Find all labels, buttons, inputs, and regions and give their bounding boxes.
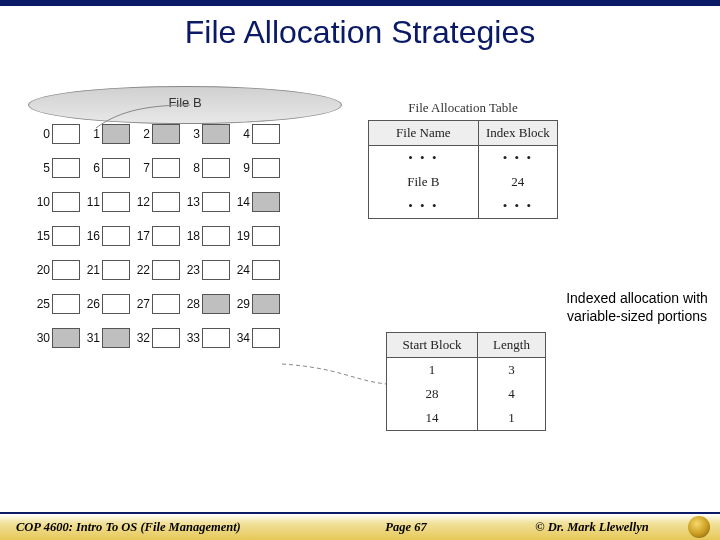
- block-number: 25: [34, 297, 50, 311]
- table-cell: 28: [387, 382, 478, 406]
- table-cell: • • •: [369, 194, 479, 218]
- index-block-table: Start BlockLength13284141: [386, 332, 544, 431]
- block-number: 2: [134, 127, 150, 141]
- table-header-row: Start BlockLength: [387, 333, 545, 358]
- block-cell: 9: [234, 158, 280, 178]
- block-number: 31: [84, 331, 100, 345]
- block-number: 33: [184, 331, 200, 345]
- block-box: [102, 260, 130, 280]
- table-cell: 24: [479, 170, 557, 194]
- block-number: 17: [134, 229, 150, 243]
- block-box: [152, 328, 180, 348]
- block-box: [252, 328, 280, 348]
- footer-author: © Dr. Mark Llewellyn: [496, 520, 688, 535]
- block-number: 21: [84, 263, 100, 277]
- block-number: 10: [34, 195, 50, 209]
- block-number: 8: [184, 161, 200, 175]
- block-number: 27: [134, 297, 150, 311]
- fat-grid: File NameIndex Block• • •• • •File B24• …: [368, 120, 558, 219]
- table-header-cell: Start Block: [387, 333, 478, 357]
- block-cell: 7: [134, 158, 180, 178]
- block-cell: 5: [34, 158, 80, 178]
- block-box: [52, 226, 80, 246]
- block-row: 1011121314: [34, 192, 334, 212]
- block-box: [52, 260, 80, 280]
- block-number: 16: [84, 229, 100, 243]
- block-row: 01234: [34, 124, 334, 144]
- block-cell: 18: [184, 226, 230, 246]
- table-header-row: File NameIndex Block: [369, 121, 557, 146]
- block-number: 15: [34, 229, 50, 243]
- block-cell: 14: [234, 192, 280, 212]
- footer-course: COP 4600: Intro To OS (File Management): [0, 520, 316, 535]
- block-box-filled: [202, 124, 230, 144]
- table-cell: • • •: [369, 146, 479, 170]
- block-box: [152, 226, 180, 246]
- table-row: File B24: [369, 170, 557, 194]
- block-number: 11: [84, 195, 100, 209]
- block-box: [252, 124, 280, 144]
- block-box: [252, 158, 280, 178]
- diagram-caption: Indexed allocation with variable-sized p…: [562, 290, 712, 325]
- block-row: 56789: [34, 158, 334, 178]
- block-number: 19: [234, 229, 250, 243]
- index-grid: Start BlockLength13284141: [386, 332, 546, 431]
- block-box: [252, 260, 280, 280]
- block-number: 12: [134, 195, 150, 209]
- block-grid: 0123456789101112131415161718192021222324…: [34, 124, 334, 362]
- block-number: 23: [184, 263, 200, 277]
- table-header-cell: Index Block: [479, 121, 557, 145]
- block-number: 1: [84, 127, 100, 141]
- block-number: 29: [234, 297, 250, 311]
- block-cell: 12: [134, 192, 180, 212]
- page-title: File Allocation Strategies: [0, 14, 720, 51]
- footer: COP 4600: Intro To OS (File Management) …: [0, 512, 720, 540]
- block-cell: 10: [34, 192, 80, 212]
- table-cell: 14: [387, 406, 478, 430]
- block-box: [52, 192, 80, 212]
- block-cell: 27: [134, 294, 180, 314]
- block-box: [202, 260, 230, 280]
- block-number: 30: [34, 331, 50, 345]
- block-cell: 34: [234, 328, 280, 348]
- block-box: [252, 226, 280, 246]
- block-cell: 29: [234, 294, 280, 314]
- block-number: 13: [184, 195, 200, 209]
- block-cell: 17: [134, 226, 180, 246]
- block-cell: 28: [184, 294, 230, 314]
- block-row: 2021222324: [34, 260, 334, 280]
- block-box-filled: [202, 294, 230, 314]
- block-box-filled: [52, 328, 80, 348]
- block-cell: 31: [84, 328, 130, 348]
- block-cell: 26: [84, 294, 130, 314]
- block-box: [202, 158, 230, 178]
- block-cell: 15: [34, 226, 80, 246]
- table-header-cell: File Name: [369, 121, 479, 145]
- block-box-filled: [252, 294, 280, 314]
- block-box: [52, 124, 80, 144]
- block-box-filled: [152, 124, 180, 144]
- table-row: 13: [387, 358, 545, 382]
- cylinder-top: File B: [28, 86, 342, 124]
- block-cell: 30: [34, 328, 80, 348]
- block-box: [202, 328, 230, 348]
- block-box-filled: [102, 328, 130, 348]
- table-cell: 1: [387, 358, 478, 382]
- block-row: 2526272829: [34, 294, 334, 314]
- block-number: 14: [234, 195, 250, 209]
- block-number: 3: [184, 127, 200, 141]
- block-box: [102, 226, 130, 246]
- block-cell: 33: [184, 328, 230, 348]
- block-cell: 22: [134, 260, 180, 280]
- block-number: 32: [134, 331, 150, 345]
- block-cell: 13: [184, 192, 230, 212]
- block-number: 18: [184, 229, 200, 243]
- block-number: 20: [34, 263, 50, 277]
- table-cell: • • •: [479, 194, 557, 218]
- block-cell: 1: [84, 124, 130, 144]
- block-cell: 32: [134, 328, 180, 348]
- table-cell: File B: [369, 170, 479, 194]
- block-cell: 21: [84, 260, 130, 280]
- block-box: [102, 158, 130, 178]
- block-cell: 24: [234, 260, 280, 280]
